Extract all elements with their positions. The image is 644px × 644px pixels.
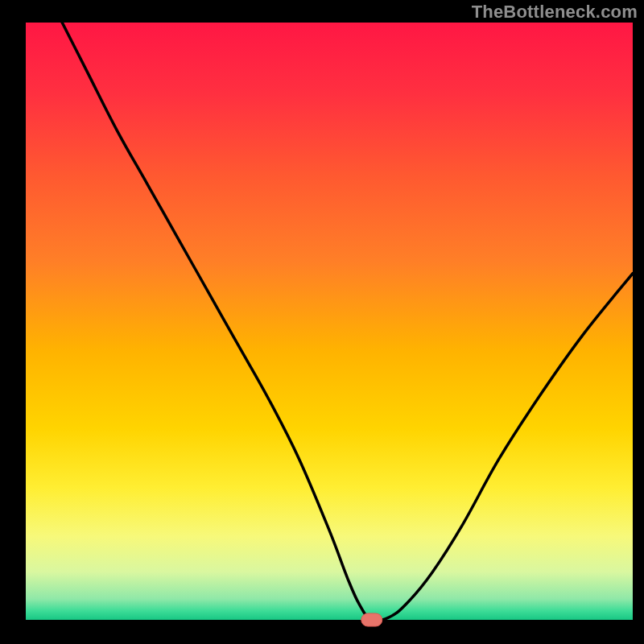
bottleneck-chart [0,0,644,644]
watermark: TheBottleneck.com [472,2,638,23]
optimal-marker [361,613,382,626]
